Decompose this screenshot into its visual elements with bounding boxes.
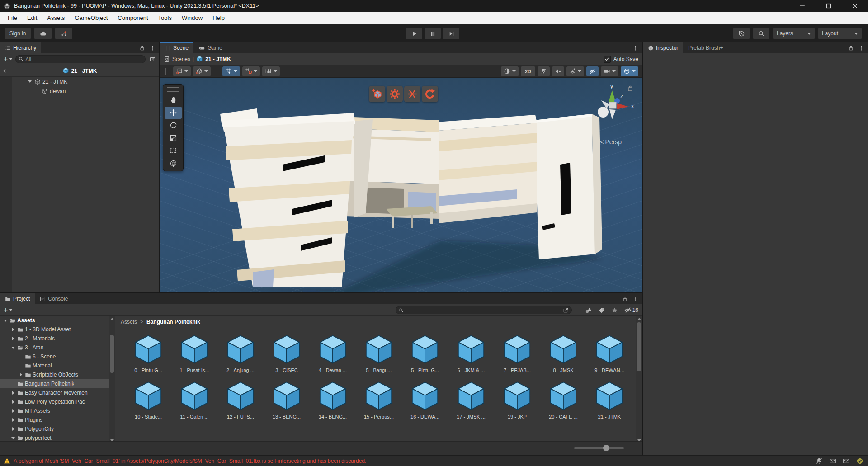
background-tasks-check-icon[interactable] <box>856 457 863 465</box>
hierarchy-item-root[interactable]: 21 - JTMK <box>0 77 159 86</box>
asset-item[interactable]: 16 - DEWA... <box>404 380 446 419</box>
project-tree-item[interactable]: PolygonCity <box>0 424 115 433</box>
lock-icon[interactable] <box>848 45 854 51</box>
mute-bell-icon[interactable] <box>816 457 823 465</box>
rect-tool-button[interactable] <box>165 145 182 157</box>
toolbar-grip[interactable] <box>215 68 218 75</box>
project-tree-item[interactable]: Assets <box>0 316 115 325</box>
project-tree-item[interactable]: 3 - Atan <box>0 343 115 352</box>
asset-item[interactable]: 20 - CAFE ... <box>542 380 585 419</box>
project-tree-item[interactable]: Easy Character Movemen <box>0 388 115 397</box>
search-by-type-icon[interactable] <box>585 307 592 314</box>
hierarchy-search-field[interactable] <box>15 55 146 63</box>
snap-increment-button[interactable] <box>262 66 280 76</box>
overlay-drag-handle[interactable] <box>167 87 179 92</box>
exit-prefab-back-button[interactable] <box>2 68 8 74</box>
close-button[interactable] <box>842 0 868 12</box>
asset-item[interactable]: 8 - JMSK <box>542 334 585 373</box>
expand-arrow-icon[interactable] <box>10 400 16 404</box>
layers-dropdown[interactable]: Layers <box>773 28 815 39</box>
cloud-services-button[interactable] <box>34 28 52 39</box>
open-search-window-icon[interactable] <box>563 307 569 313</box>
favorites-star-icon[interactable] <box>611 307 618 314</box>
tab-scene[interactable]: Scene <box>160 42 193 53</box>
move-tool-button[interactable] <box>165 107 182 119</box>
toggle-2d-button[interactable]: 2D <box>521 66 535 76</box>
asset-item[interactable]: 2 - Anjung ... <box>219 334 262 373</box>
expand-arrow-icon[interactable] <box>10 427 16 431</box>
menu-item-file[interactable]: File <box>3 12 22 24</box>
asset-item[interactable]: 21 - JTMK <box>588 380 631 419</box>
asset-item[interactable]: 9 - DEWAN... <box>588 334 631 373</box>
expand-arrow-icon[interactable] <box>27 80 33 83</box>
hierarchy-item-child[interactable]: dewan <box>0 86 159 96</box>
project-tree-item[interactable]: 2 - Materials <box>0 334 115 343</box>
project-tree-item[interactable]: 6 - Scene <box>0 352 115 361</box>
asset-item[interactable]: 13 - BENG... <box>265 380 308 419</box>
tab-game[interactable]: Game <box>193 42 227 53</box>
layout-dropdown[interactable]: Layout <box>818 28 862 39</box>
breadcrumb-current-prefab[interactable]: 21 - JTMK <box>205 56 231 62</box>
slider-thumb[interactable] <box>603 445 609 451</box>
tab-hierarchy[interactable]: Hierarchy <box>0 42 41 53</box>
sign-in-button[interactable]: Sign in <box>5 28 31 39</box>
scene-visibility-button[interactable] <box>586 66 599 76</box>
kebab-menu-icon[interactable] <box>859 45 864 51</box>
asset-item[interactable]: 7 - PEJAB... <box>496 334 538 373</box>
menu-item-tools[interactable]: Tools <box>153 12 177 24</box>
scene-lighting-button[interactable] <box>538 66 550 76</box>
lock-icon[interactable] <box>139 45 145 51</box>
breadcrumb-scenes[interactable]: Scenes <box>172 56 190 62</box>
asset-item[interactable]: 10 - Stude... <box>127 380 170 419</box>
draw-mode-button[interactable] <box>501 66 519 76</box>
undo-history-button[interactable] <box>733 28 750 39</box>
expand-arrow-icon[interactable] <box>10 418 16 422</box>
transform-tool-button[interactable] <box>165 157 182 169</box>
asset-item[interactable]: 1 - Pusat Is... <box>173 334 216 373</box>
project-search-field[interactable] <box>396 306 572 314</box>
asset-item[interactable]: 15 - Perpus... <box>358 380 400 419</box>
create-object-button[interactable]: + <box>4 56 13 63</box>
axis-z-label[interactable]: z <box>620 93 623 99</box>
scene-viewport[interactable]: y z x <Persp <box>160 78 642 292</box>
expand-arrow-icon[interactable] <box>3 320 8 322</box>
prefab-brush-settings-button[interactable] <box>387 86 403 102</box>
minimize-button[interactable] <box>789 0 816 12</box>
tool-handle-rotation-button[interactable] <box>193 66 211 76</box>
asset-item[interactable]: 11 - Galeri ... <box>173 380 216 419</box>
rotate-tool-button[interactable] <box>165 119 182 132</box>
kebab-menu-icon[interactable] <box>150 45 156 51</box>
asset-item[interactable]: 5 - Bangu... <box>358 334 400 373</box>
prefab-brush-scatter-button[interactable] <box>404 86 420 102</box>
auto-save-checkbox[interactable] <box>604 56 611 63</box>
expand-arrow-icon[interactable] <box>10 347 16 349</box>
project-tree-item[interactable]: Low Poly Vegetation Pac <box>0 397 115 406</box>
grid-visibility-button[interactable] <box>222 66 240 76</box>
expand-arrow-icon[interactable] <box>10 337 16 340</box>
scroll-up-icon[interactable] <box>637 318 641 320</box>
menu-item-component[interactable]: Component <box>113 12 153 24</box>
hidden-packages-toggle[interactable]: 16 <box>624 306 638 314</box>
snap-settings-button[interactable] <box>242 66 260 76</box>
tool-handle-position-button[interactable] <box>173 66 191 76</box>
asset-item[interactable]: 12 - FUTS... <box>219 380 262 419</box>
asset-item[interactable]: 17 - JMSK ... <box>450 380 492 419</box>
project-search-input[interactable] <box>406 307 561 313</box>
create-asset-button[interactable]: + <box>4 306 13 314</box>
asset-item[interactable]: 14 - BENG... <box>311 380 354 419</box>
scene-picker-icon[interactable] <box>149 56 156 62</box>
expand-arrow-icon[interactable] <box>18 373 24 377</box>
expand-arrow-icon[interactable] <box>10 328 16 331</box>
scale-tool-button[interactable] <box>165 132 182 144</box>
menu-item-assets[interactable]: Assets <box>42 12 70 24</box>
grid-scrollbar[interactable] <box>636 316 642 443</box>
tab-project[interactable]: Project <box>0 293 35 304</box>
kebab-menu-icon[interactable] <box>632 45 638 51</box>
asset-item[interactable]: 0 - Pintu G... <box>127 334 170 373</box>
step-button[interactable] <box>443 28 459 39</box>
project-tree-item[interactable]: 1 - 3D Model Asset <box>0 325 115 334</box>
scene-orientation-gizmo[interactable]: y z x <box>591 84 635 127</box>
pause-button[interactable] <box>425 28 441 39</box>
scrollbar-thumb[interactable] <box>637 322 641 371</box>
asset-item[interactable]: 19 - JKP <box>496 380 538 419</box>
